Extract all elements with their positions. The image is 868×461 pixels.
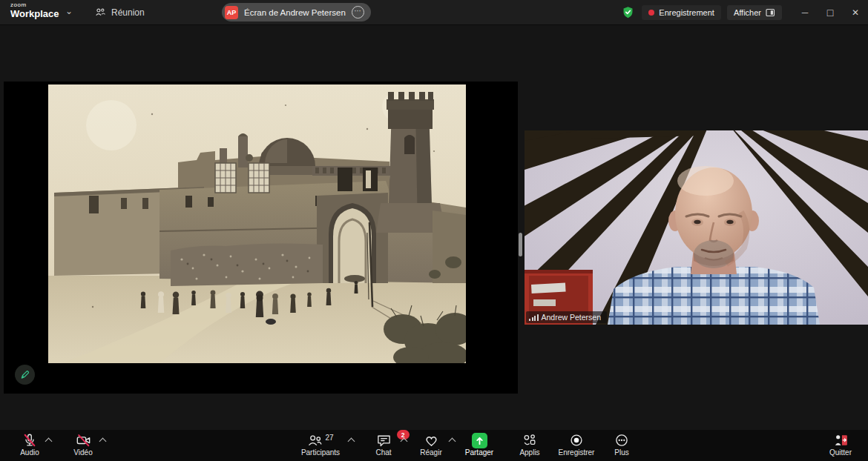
tab-meeting-label: Réunion: [111, 7, 145, 18]
audio-label: Audio: [20, 448, 39, 457]
record-label: Enregistrer: [559, 448, 595, 457]
security-shield-icon[interactable]: [622, 6, 634, 19]
top-bar: zoom Workplace ⌄ Réunion AP Écran de And…: [0, 0, 868, 25]
pencil-icon: [19, 369, 30, 380]
chevron-down-icon[interactable]: ⌄: [65, 6, 73, 16]
screen-share-label: Écran de Andrew Petersen: [244, 8, 346, 17]
leave-label: Quitter: [829, 448, 852, 457]
zoom-meeting-window: zoom Workplace ⌄ Réunion AP Écran de And…: [0, 0, 868, 461]
leave-button[interactable]: Quitter: [821, 433, 861, 460]
meeting-people-icon: [95, 7, 106, 18]
react-button[interactable]: Réagir: [412, 433, 450, 460]
chat-icon: [376, 433, 392, 448]
recording-indicator[interactable]: Enregistrement: [642, 5, 721, 20]
microphone-muted-icon: [22, 433, 37, 448]
camera-muted-icon: [76, 433, 91, 448]
apps-icon: [522, 433, 537, 448]
audio-options-chevron[interactable]: [46, 437, 52, 443]
minimize-button[interactable]: ─: [792, 0, 818, 24]
react-label: Réagir: [420, 448, 441, 457]
view-button[interactable]: Afficher: [727, 5, 782, 20]
participants-button[interactable]: 27 Participants: [294, 433, 347, 460]
more-ellipsis-icon: [614, 433, 629, 448]
shared-screen-area: [4, 82, 518, 394]
participants-options-chevron[interactable]: [349, 437, 355, 443]
chat-options-chevron[interactable]: [401, 437, 407, 443]
video-button[interactable]: Vidéo: [65, 433, 101, 460]
video-options-chevron[interactable]: [100, 437, 106, 443]
share-screen-icon: [472, 433, 487, 448]
video-label: Vidéo: [73, 448, 92, 457]
heart-icon: [424, 433, 439, 448]
record-icon: [569, 433, 584, 448]
participants-icon: [307, 434, 323, 448]
meeting-toolbar: Audio Vidéo: [0, 430, 868, 461]
react-options-chevron[interactable]: [450, 437, 456, 443]
more-options-icon[interactable]: ⋯: [352, 6, 364, 19]
connection-bars-icon: [529, 314, 539, 321]
top-bar-right: Enregistrement Afficher ─ □ ✕: [622, 0, 868, 24]
participant-video-tile[interactable]: Andrew Petersen: [525, 130, 868, 325]
participant-video-illustration: [525, 130, 868, 325]
zoom-workplace-logo: zoom Workplace: [10, 2, 59, 19]
apps-label: Applis: [519, 448, 539, 457]
chat-button[interactable]: 2 Chat: [366, 433, 401, 460]
participant-name: Andrew Petersen: [542, 313, 602, 322]
participants-label: Participants: [301, 448, 340, 457]
share-button[interactable]: Partager: [457, 433, 502, 460]
participants-count: 27: [325, 434, 333, 442]
view-button-label: Afficher: [734, 8, 761, 17]
apps-button[interactable]: Applis: [510, 433, 549, 460]
participant-name-tag: Andrew Petersen: [526, 311, 607, 323]
screen-share-pill[interactable]: AP Écran de Andrew Petersen ⋯: [222, 3, 371, 21]
recording-label: Enregistrement: [659, 8, 714, 17]
avatar: AP: [225, 6, 238, 19]
chat-label: Chat: [375, 448, 391, 457]
view-layout-icon: [766, 8, 775, 17]
panel-resize-handle[interactable]: [519, 233, 522, 256]
shared-photo-historic-fortress: [48, 84, 466, 363]
maximize-button[interactable]: □: [818, 0, 843, 24]
annotation-button[interactable]: [15, 365, 35, 385]
leave-door-icon: [833, 433, 849, 448]
share-label: Partager: [465, 448, 493, 457]
more-label: Plus: [614, 448, 628, 457]
tab-meeting[interactable]: Réunion: [89, 0, 151, 24]
more-button[interactable]: Plus: [604, 433, 640, 460]
record-dot-icon: [648, 10, 654, 16]
record-button[interactable]: Enregistrer: [550, 433, 602, 460]
brand-line2: Workplace: [10, 9, 59, 19]
audio-button[interactable]: Audio: [12, 433, 47, 460]
close-button[interactable]: ✕: [843, 0, 868, 24]
brand-line1: zoom: [10, 2, 59, 8]
